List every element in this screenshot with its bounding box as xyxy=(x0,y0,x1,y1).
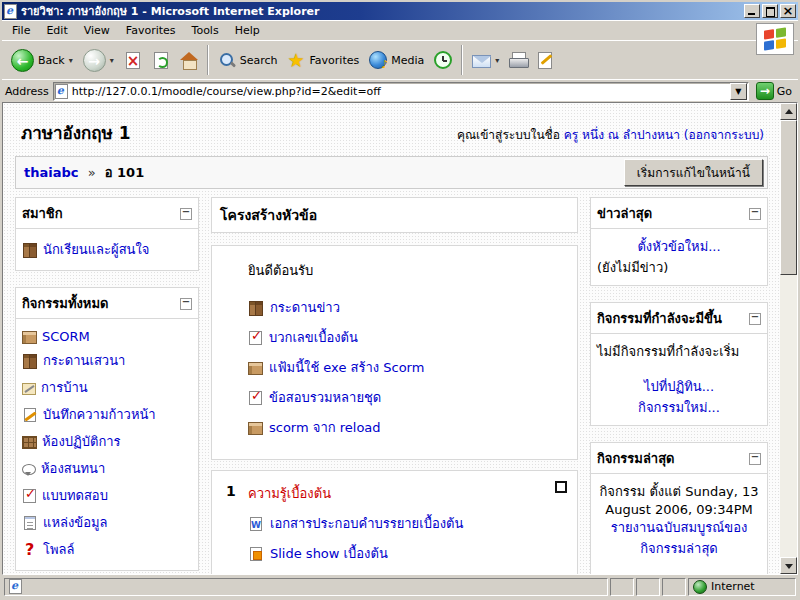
minimize-button[interactable] xyxy=(744,4,760,18)
activity-link-assignments[interactable]: การบ้าน xyxy=(22,374,192,401)
history-button[interactable] xyxy=(429,49,457,71)
quiz-icon xyxy=(23,489,36,503)
latest-news-block: ข่าวล่าสุด ตั้งหัวข้อใหม่... (ยังไม่มีข่… xyxy=(590,197,768,286)
breadcrumb-current: อ 101 xyxy=(105,165,144,180)
webpage-link[interactable]: เว็บเพจ 1 xyxy=(248,573,539,574)
go-to-calendar-link[interactable]: ไปที่ปฏิทิน... xyxy=(644,379,714,394)
menu-view[interactable]: View xyxy=(76,22,118,39)
menu-help[interactable]: Help xyxy=(227,22,268,39)
home-button[interactable] xyxy=(175,49,203,71)
internet-zone-icon xyxy=(693,580,707,594)
activity-link-choices[interactable]: โพลล์ xyxy=(22,536,192,563)
people-icon xyxy=(22,242,38,258)
stop-icon xyxy=(126,52,140,69)
collapse-block-icon[interactable] xyxy=(180,298,192,310)
workshop-icon xyxy=(22,436,37,449)
quiz-link[interactable]: บวกเลขเบื้องต้น xyxy=(248,327,539,348)
media-icon xyxy=(369,51,387,69)
back-button[interactable]: Back ▾ xyxy=(6,47,78,74)
turn-editing-on-button[interactable]: เริ่มการแก้ไขในหน้านี้ xyxy=(624,159,763,186)
activity-link-scorm[interactable]: SCORM xyxy=(22,326,192,347)
activities-block-title: กิจกรรมทั้งหมด xyxy=(22,293,108,314)
activity-link-workshop[interactable]: ห้องปฏิบัติการ xyxy=(22,428,192,455)
close-button[interactable] xyxy=(780,4,796,18)
internet-zone-label: Internet xyxy=(711,580,755,593)
menu-bar: File Edit View Favorites Tools Help xyxy=(2,20,798,40)
scorm-link[interactable]: แฟ้มนี้ใช้ exe สร้าง Scorm xyxy=(248,357,539,378)
show-only-topic-icon[interactable] xyxy=(555,481,567,493)
vertical-scrollbar[interactable] xyxy=(780,103,797,574)
add-new-topic-link[interactable]: ตั้งหัวข้อใหม่... xyxy=(637,239,720,254)
collapse-block-icon[interactable] xyxy=(180,208,192,220)
go-button[interactable]: Go xyxy=(753,82,795,100)
scorm-link[interactable]: scorm จาก reload xyxy=(248,417,539,438)
scroll-down-button[interactable] xyxy=(780,557,797,574)
mail-dropdown-icon[interactable]: ▾ xyxy=(495,56,499,65)
logout-link[interactable]: (ออกจากระบบ) xyxy=(684,128,764,142)
news-forum-link[interactable]: กระดานข่าว xyxy=(248,297,539,318)
latest-news-title: ข่าวล่าสุด xyxy=(597,203,652,224)
go-icon xyxy=(756,82,774,100)
activity-link-forums[interactable]: กระดานเสวนา xyxy=(22,347,192,374)
word-document-link[interactable]: เอกสารประกอบคำบรรยายเบื้องต้น xyxy=(248,513,539,534)
edit-button[interactable] xyxy=(532,49,560,71)
toolbar-separator xyxy=(461,45,463,75)
restore-button[interactable] xyxy=(762,4,778,18)
browser-window: รายวิชา: ภาษาอังกฤษ 1 - Microsoft Intern… xyxy=(0,0,800,600)
menu-tools[interactable]: Tools xyxy=(184,22,227,39)
breadcrumb-home-link[interactable]: thaiabc xyxy=(24,165,78,180)
media-button[interactable]: Media xyxy=(364,49,429,71)
welcome-text: ยินดีต้อนรับ xyxy=(248,260,539,281)
chat-icon xyxy=(22,464,36,475)
forum-icon xyxy=(248,300,264,316)
menu-favorites[interactable]: Favorites xyxy=(118,22,184,39)
new-event-link[interactable]: กิจกรรมใหม่... xyxy=(638,400,720,415)
members-block-title: สมาชิก xyxy=(22,203,63,224)
full-report-link[interactable]: รายงานฉบับสมบูรณ์ของกิจกรรมล่าสุด xyxy=(611,520,748,556)
title-bar: รายวิชา: ภาษาอังกฤษ 1 - Microsoft Intern… xyxy=(2,2,798,20)
slideshow-link[interactable]: Slide show เบื้องต้น xyxy=(248,543,539,564)
activity-link-journals[interactable]: บันทึกความก้าวหน้า xyxy=(22,401,192,428)
journal-icon xyxy=(24,408,36,422)
collapse-block-icon[interactable] xyxy=(749,208,761,220)
forward-icon xyxy=(83,49,106,72)
login-info: คุณเข้าสู่ระบบในชื่อ ครู หนึ่ง ณ ลำปางหน… xyxy=(457,125,764,146)
scroll-up-button[interactable] xyxy=(780,103,797,120)
collapse-block-icon[interactable] xyxy=(749,453,761,465)
breadcrumb: thaiabc » อ 101 xyxy=(24,162,144,183)
course-updates-heading: อัพเดทรายวิชา: xyxy=(597,573,761,574)
collapse-block-icon[interactable] xyxy=(749,313,761,325)
activity-link-quizzes[interactable]: แบบทดสอบ xyxy=(22,482,192,509)
search-button[interactable]: Search xyxy=(213,49,283,71)
choice-icon xyxy=(22,542,38,558)
scorm-icon xyxy=(22,331,37,344)
mail-button[interactable]: ▾ xyxy=(467,50,504,70)
stop-button[interactable] xyxy=(119,50,147,71)
page-edit-icon xyxy=(537,51,555,69)
favorites-button[interactable]: ★ Favorites xyxy=(283,49,365,71)
back-dropdown-icon[interactable]: ▾ xyxy=(69,56,73,65)
address-input[interactable]: http://127.0.0.1/moodle/course/view.php?… xyxy=(53,82,749,101)
activity-link-chats[interactable]: ห้องสนทนา xyxy=(22,455,192,482)
menu-edit[interactable]: Edit xyxy=(38,22,75,39)
section-title: ความรู้เบื้องต้น xyxy=(248,483,539,504)
upcoming-events-block: กิจกรรมที่กำลังจะมีขึ้น ไม่มีกิจกรรมที่ก… xyxy=(590,302,768,426)
favorites-star-icon: ★ xyxy=(288,51,306,69)
menu-file[interactable]: File xyxy=(4,22,38,39)
window-title: รายวิชา: ภาษาอังกฤษ 1 - Microsoft Intern… xyxy=(21,2,742,20)
forward-dropdown-icon[interactable]: ▾ xyxy=(110,56,114,65)
topic-section-1: 1 ความรู้เบื้องต้น เอกสารประกอบคำบรรยายเ… xyxy=(211,470,578,574)
scrollbar-thumb[interactable] xyxy=(780,120,797,275)
participants-link[interactable]: นักเรียนและผู้สนใจ xyxy=(22,236,192,263)
status-bar: Internet xyxy=(2,575,798,598)
forward-button[interactable]: ▾ xyxy=(78,47,119,74)
print-button[interactable] xyxy=(504,49,532,71)
logged-in-user-link[interactable]: ครู หนึ่ง ณ ลำปางหนา xyxy=(564,128,680,142)
topic-outline-title: โครงสร้างหัวข้อ xyxy=(211,197,578,233)
ie-window-icon xyxy=(4,4,17,19)
scrollbar-track[interactable] xyxy=(780,120,797,557)
activity-link-resources[interactable]: แหล่งข้อมูล xyxy=(22,509,192,536)
quiz-link[interactable]: ข้อสอบรวมหลายชุด xyxy=(248,387,539,408)
address-dropdown-button[interactable]: ▼ xyxy=(730,83,747,100)
refresh-button[interactable] xyxy=(147,50,175,71)
